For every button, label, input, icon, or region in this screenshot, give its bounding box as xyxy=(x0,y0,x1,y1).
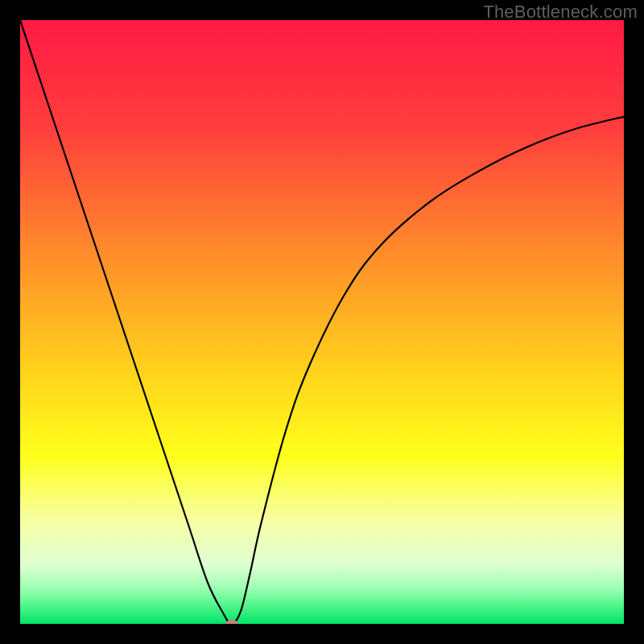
bottleneck-curve xyxy=(20,20,624,624)
watermark-text: TheBottleneck.com xyxy=(483,2,638,23)
plot-area xyxy=(20,20,624,624)
chart-frame: TheBottleneck.com xyxy=(0,0,644,644)
minimum-marker xyxy=(225,620,238,624)
